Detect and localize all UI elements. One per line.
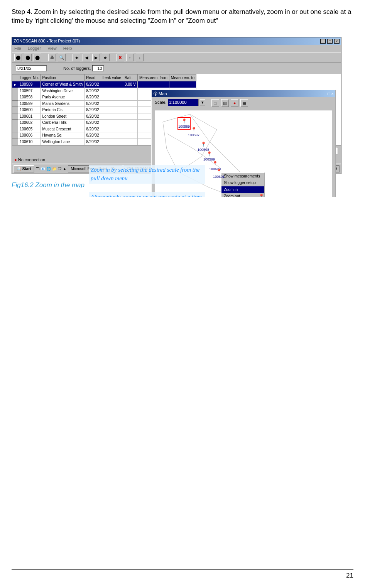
context-menu-item[interactable]: Show measurements	[221, 173, 264, 180]
context-menu-item[interactable]: Zoom in	[221, 186, 264, 193]
map-tool-4[interactable]: ▦	[240, 99, 248, 107]
col-header[interactable]: Position	[41, 74, 84, 81]
app-screenshot: ZONESCAN 800 - Test Project (07) _ □ × F…	[12, 37, 341, 174]
map-tool-record-icon[interactable]: ●	[231, 99, 238, 107]
col-header[interactable]: Leak value	[101, 74, 123, 81]
map-maximize-icon[interactable]: □	[328, 91, 330, 96]
arrow-up-icon[interactable]: ↑	[126, 54, 134, 61]
tb-btn-1[interactable]: ⬤	[14, 54, 22, 61]
annotation-2: Alternatively, zoom in or out one scale …	[89, 192, 205, 198]
date-input[interactable]	[16, 65, 47, 71]
arrow-down-icon[interactable]: ↓	[136, 54, 144, 61]
nav-next-icon[interactable]: ▶	[92, 54, 100, 61]
map-close-icon[interactable]: ×	[331, 91, 334, 96]
menu-logger[interactable]: Logger	[28, 46, 41, 51]
app-title: ZONESCAN 800 - Test Project (07)	[14, 38, 80, 44]
menu-file[interactable]: File	[14, 46, 21, 51]
menu-help[interactable]: Help	[63, 46, 72, 51]
map-titlebar: 🛈 Map _ □ ×	[152, 90, 335, 98]
scale-label: Scale.	[155, 100, 167, 105]
nav-first-icon[interactable]: ⏮	[73, 54, 80, 61]
logger-pin[interactable]: 100597	[188, 127, 199, 137]
start-button[interactable]: 🪟 Start	[14, 165, 34, 173]
logger-pin[interactable]: 100606	[255, 193, 267, 198]
map-icon: 🛈	[153, 91, 157, 96]
minimize-icon[interactable]: _	[320, 39, 326, 44]
map-title: Map	[159, 91, 167, 96]
map-minimize-icon[interactable]: _	[324, 91, 326, 96]
map-tool-1[interactable]: ▭	[211, 99, 219, 107]
annotation-1: Zoom in by selecting the desired scale f…	[89, 165, 205, 184]
maximize-icon[interactable]: □	[327, 39, 333, 44]
col-header[interactable]: Read	[84, 74, 101, 81]
app-titlebar: ZONESCAN 800 - Test Project (07) _ □ ×	[12, 37, 341, 45]
data-area: Logger No.PositionReadLeak valueBatt.Mea…	[12, 74, 341, 145]
loggers-label: No. of loggers.	[63, 66, 91, 71]
loggers-count-input[interactable]	[92, 65, 104, 71]
table-row[interactable]: 100589Corner of West & Smith8/20/023.00 …	[12, 81, 196, 88]
toolbar: ⬤ ⬤ ⬤ 🖶 🔍 ⏮ ◀ ▶ ⏭ ✖ ↑ ↓	[12, 52, 341, 63]
scale-dropdown[interactable]: 1:100000	[168, 99, 199, 106]
step-instruction: Step 4. Zoom in by selecting the desired…	[12, 8, 353, 25]
col-header[interactable]: Logger No.	[18, 74, 41, 81]
map-tool-2[interactable]: ▥	[221, 99, 229, 107]
col-header[interactable]: Measurem. to	[169, 74, 196, 81]
logger-pin[interactable]: 100601	[213, 168, 225, 179]
nav-last-icon[interactable]: ⏭	[102, 54, 110, 61]
tb-btn-print[interactable]: 🖶	[48, 54, 56, 61]
window-controls: _ □ ×	[320, 38, 340, 44]
close-icon[interactable]: ×	[334, 39, 340, 44]
tb-btn-3[interactable]: ⬤	[34, 54, 41, 61]
col-header[interactable]: Measurem. from	[138, 74, 169, 81]
menubar: File Logger View Help	[12, 45, 341, 52]
quicklaunch-icons[interactable]: 🗔 📧 🌐 📁 🛡 ▲	[36, 166, 67, 172]
context-menu-item[interactable]: Show logger setup	[221, 179, 264, 186]
dropdown-arrow-icon[interactable]: ▾	[200, 99, 205, 106]
filter-row: No. of loggers.	[12, 63, 341, 74]
tb-btn-2[interactable]: ⬤	[24, 54, 32, 61]
map-toolbar: Scale. 1:100000 ▾ ▭ ▥ ● ▦	[152, 97, 335, 108]
map-canvas[interactable]: water Show measurementsShow logger setup…	[155, 110, 332, 198]
tb-btn-stop[interactable]: ✖	[117, 54, 124, 61]
tb-btn-search[interactable]: 🔍	[58, 54, 66, 61]
col-header[interactable]: Batt.	[123, 74, 138, 81]
menu-view[interactable]: View	[47, 46, 57, 51]
nav-prev-icon[interactable]: ◀	[83, 54, 90, 61]
